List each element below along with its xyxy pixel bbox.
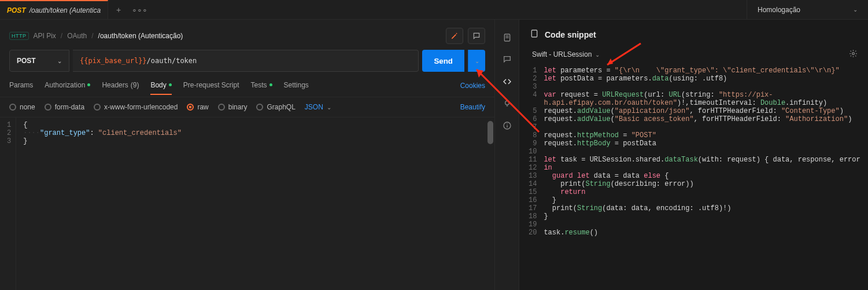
status-dot-icon <box>169 83 172 86</box>
comment-icon <box>472 32 481 40</box>
tab-tests[interactable]: Tests <box>250 81 272 95</box>
radio-icon <box>94 104 101 111</box>
body-type-row: none form-data x-www-form-urlencoded raw… <box>0 97 494 117</box>
url-path: /oauth/token <box>147 57 197 65</box>
right-icon-rail <box>495 20 519 290</box>
radio-none[interactable]: none <box>9 103 35 111</box>
comments-icon[interactable] <box>502 54 512 65</box>
environment-picker[interactable]: Homologação ⌄ <box>747 0 868 19</box>
snippet-settings-button[interactable] <box>849 49 858 60</box>
environment-name: Homologação <box>758 6 800 14</box>
radio-icon <box>9 104 16 111</box>
svg-point-7 <box>507 123 507 124</box>
pencil-icon <box>450 32 459 40</box>
beautify-link[interactable]: Beautify <box>460 103 485 111</box>
tab-body[interactable]: Body <box>150 81 171 95</box>
breadcrumb-current: /oauth/token (Autenticação) <box>98 32 183 40</box>
svg-point-3 <box>505 101 509 105</box>
svg-rect-8 <box>531 30 537 37</box>
chevron-down-icon: ⌄ <box>853 6 858 13</box>
request-tabs: Params Authorization Headers (9) Body Pr… <box>0 79 494 97</box>
url-variable: {{pix_base_url}} <box>80 57 147 65</box>
gear-icon <box>849 49 858 58</box>
send-label: Send <box>434 57 453 65</box>
docs-icon[interactable] <box>502 32 512 43</box>
radio-icon <box>45 104 51 111</box>
tab-title: /oauth/token (Autentica <box>29 6 101 14</box>
url-input[interactable]: {{pix_base_url}}/oauth/token <box>73 50 419 72</box>
snippet-language-select[interactable]: Swift - URLSession ⌄ <box>532 50 600 58</box>
tab-settings[interactable]: Settings <box>284 81 309 95</box>
chevron-down-icon: ⌄ <box>57 58 62 64</box>
snippet-body: let parameters = "{\r\n \"grant_type\": … <box>541 65 868 290</box>
cookies-link[interactable]: Cookies <box>460 82 485 94</box>
snippet-code[interactable]: 1 2 3 4 5 6 7 8 9 10 11 12 13 14 15 16 1… <box>519 63 868 290</box>
editor-gutter: 1 2 3 <box>0 118 16 290</box>
radio-icon <box>187 104 194 111</box>
code-icon[interactable] <box>502 76 512 87</box>
radio-icon <box>256 104 263 111</box>
breadcrumb-sep: / <box>91 32 93 40</box>
tab-headers[interactable]: Headers (9) <box>102 81 139 95</box>
snippet-gutter: 1 2 3 4 5 6 7 8 9 10 11 12 13 14 15 16 1… <box>519 65 541 290</box>
radio-formdata[interactable]: form-data <box>45 103 84 111</box>
breadcrumb-mid[interactable]: OAuth <box>67 32 87 40</box>
scrollbar-thumb[interactable] <box>487 121 493 144</box>
info-icon[interactable] <box>502 120 512 131</box>
breadcrumb-bar: HTTP API Pix / OAuth / /oauth/token (Aut… <box>0 20 494 50</box>
send-button[interactable]: Send <box>422 50 464 72</box>
breadcrumb-sep: / <box>61 32 62 40</box>
status-dot-icon <box>269 83 272 86</box>
tab-strip: POST /oauth/token (Autentica + ∘∘∘ Homol… <box>0 0 868 20</box>
status-dot-icon <box>87 83 90 86</box>
radio-icon <box>218 104 225 111</box>
radio-graphql[interactable]: GraphQL <box>256 103 295 111</box>
tab-params[interactable]: Params <box>9 81 33 95</box>
tab-prerequest[interactable]: Pre-request Script <box>183 81 239 95</box>
chevron-down-icon: ⌄ <box>475 58 479 64</box>
send-options-button[interactable]: ⌄ <box>468 50 485 72</box>
method-value: POST <box>17 57 36 65</box>
svg-point-9 <box>852 53 855 55</box>
tab-request[interactable]: POST /oauth/token (Autentica <box>0 0 108 19</box>
editor-code[interactable]: { ····"grant_type": "client_credentials"… <box>16 118 494 290</box>
bulb-icon[interactable] <box>502 98 512 109</box>
radio-binary[interactable]: binary <box>218 103 248 111</box>
radio-raw[interactable]: raw <box>187 103 208 111</box>
tab-overflow-button[interactable]: ∘∘∘ <box>129 0 150 19</box>
new-tab-button[interactable]: + <box>108 0 129 19</box>
http-badge-icon: HTTP <box>9 32 29 40</box>
raw-subtype-select[interactable]: JSON⌄ <box>305 103 331 111</box>
chevron-down-icon: ⌄ <box>327 104 331 111</box>
breadcrumb-root[interactable]: API Pix <box>34 32 56 40</box>
body-editor[interactable]: 1 2 3 { ····"grant_type": "client_creden… <box>0 117 494 290</box>
edit-button[interactable] <box>446 28 463 44</box>
chevron-down-icon: ⌄ <box>595 52 600 58</box>
comment-button[interactable] <box>468 28 485 44</box>
radio-xwww[interactable]: x-www-form-urlencoded <box>94 103 178 111</box>
tab-method: POST <box>7 6 26 14</box>
snippet-title: Code snippet <box>545 30 596 39</box>
snippet-doc-icon <box>530 29 539 40</box>
tab-authorization[interactable]: Authorization <box>45 81 90 95</box>
method-select[interactable]: POST ⌄ <box>9 50 69 72</box>
